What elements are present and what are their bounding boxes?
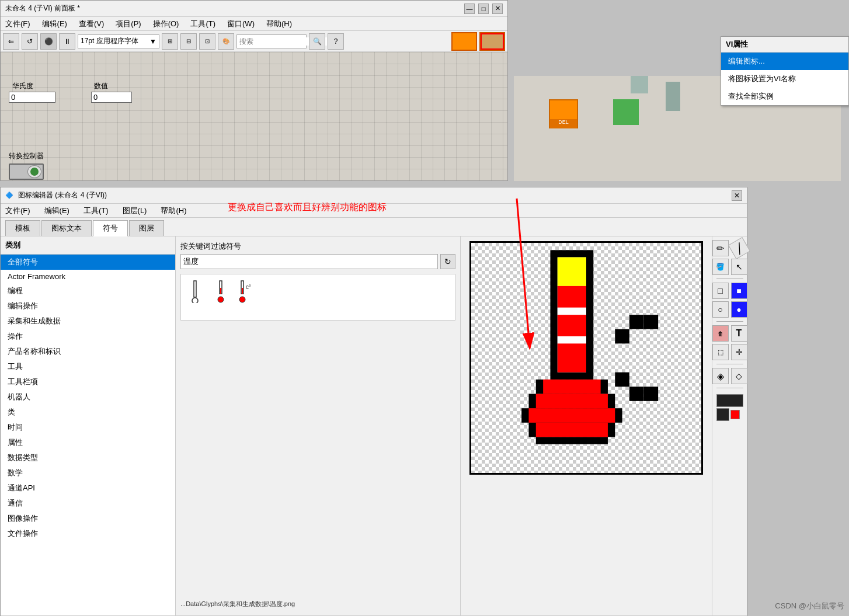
category-robot[interactable]: 机器人 (1, 389, 175, 405)
font-dropdown[interactable]: 17pt 应用程序字体 ▼ (78, 34, 159, 48)
search-input[interactable] (180, 254, 438, 269)
menu-project[interactable]: 项目(P) (113, 18, 143, 30)
run-btn[interactable]: ⚫ (40, 33, 57, 50)
fg-swatch[interactable] (716, 408, 729, 421)
ie-menu-help[interactable]: 帮助(H) (158, 204, 189, 217)
category-toolbar[interactable]: 工具栏项 (1, 374, 175, 389)
category-programming[interactable]: 编程 (1, 283, 175, 298)
ie-close-btn[interactable]: ✕ (732, 190, 742, 201)
refresh-btn[interactable]: ↻ (440, 254, 455, 269)
dotted-select-tool[interactable]: ⬚ (712, 344, 729, 360)
menu-view[interactable]: 查看(V) (76, 18, 106, 30)
move-tool[interactable]: ✛ (731, 344, 747, 360)
vi-props-edit-icon[interactable]: 编辑图标... (721, 53, 848, 70)
ie-menu-file[interactable]: 文件(F) (3, 204, 33, 217)
category-all-symbols[interactable]: 全部符号 (1, 255, 175, 270)
category-acquire-data[interactable]: 采集和生成数据 (1, 314, 175, 329)
symbol-item-3[interactable]: c° (235, 277, 258, 306)
red-arrow-svg (505, 193, 610, 368)
category-edit-ops[interactable]: 编辑操作 (1, 298, 175, 314)
tab-layer[interactable]: 图层 (129, 220, 164, 236)
category-list: 全部符号 Actor Framework 编程 编辑操作 采集和生成数据 操作 … (1, 255, 175, 615)
svg-rect-26 (529, 408, 615, 423)
back-btn[interactable]: ⇐ (3, 33, 19, 50)
filepath-text: ...Data\Glyphs\采集和生成数据\温度.png (180, 597, 455, 611)
ie-menu-edit[interactable]: 编辑(E) (42, 204, 72, 217)
category-class[interactable]: 类 (1, 405, 175, 420)
category-time[interactable]: 时间 (1, 420, 175, 435)
category-product-name[interactable]: 产品名称和标识 (1, 344, 175, 359)
pencil-tool[interactable]: ✏ (712, 240, 729, 256)
ie-menu-tools[interactable]: 工具(T) (81, 204, 111, 217)
value-input[interactable] (91, 92, 132, 103)
vi-icon-orange[interactable] (451, 32, 477, 51)
tab-icon-text[interactable]: 图标文本 (41, 220, 92, 236)
search-btn[interactable]: 🔍 (309, 33, 325, 50)
svg-rect-23 (536, 437, 608, 444)
toggle-knob (27, 165, 41, 178)
menu-file[interactable]: 文件(F) (3, 18, 33, 30)
vi-icon-selected[interactable] (479, 32, 505, 51)
fill-tool[interactable]: 🪣 (712, 259, 729, 275)
close-btn[interactable]: ✕ (492, 4, 503, 14)
vi-block-orange: DEL (549, 99, 578, 128)
eraser-tool[interactable]: 🗑 (712, 325, 729, 342)
copy-fg-tool[interactable]: ◈ (712, 368, 729, 384)
align-btn[interactable]: ⊞ (162, 33, 178, 50)
fahrenheit-input[interactable] (9, 92, 55, 103)
tab-template[interactable]: 模板 (5, 220, 40, 236)
svg-point-3 (192, 298, 198, 303)
vi-props-find-all[interactable]: 查找全部实例 (721, 88, 848, 105)
ie-menu-layer[interactable]: 图层(L) (120, 204, 149, 217)
svg-point-9 (239, 297, 245, 302)
circle-fill-tool[interactable]: ● (731, 301, 747, 318)
bg-swatch[interactable] (730, 410, 740, 419)
icon-editor-body: 类别 全部符号 Actor Framework 编程 编辑操作 采集和生成数据 … (1, 236, 747, 615)
rect-outline-tool[interactable]: □ (712, 283, 729, 299)
category-property[interactable]: 属性 (1, 435, 175, 450)
minimize-btn[interactable]: — (464, 4, 475, 14)
tab-symbol[interactable]: 符号 (93, 220, 128, 236)
fg-color-swatch[interactable] (716, 394, 743, 407)
text-tool[interactable]: T (731, 325, 747, 342)
svg-rect-31 (615, 373, 629, 387)
category-math[interactable]: 数学 (1, 465, 175, 481)
line-tool[interactable]: ╱ (728, 237, 750, 259)
pause-btn[interactable]: ⏸ (59, 33, 75, 50)
category-file-ops[interactable]: 文件操作 (1, 526, 175, 541)
pointer-tool[interactable]: ↖ (731, 259, 747, 275)
tool-row-6: ⬚ ✛ (712, 344, 747, 360)
switch-container: 转换控制器 (9, 151, 44, 180)
color-btn[interactable]: 🎨 (218, 33, 234, 50)
maximize-btn[interactable]: □ (478, 4, 489, 14)
redo-btn[interactable]: ↺ (22, 33, 38, 50)
copy-bg-tool[interactable]: ◇ (731, 368, 747, 384)
rect-fill-tool[interactable]: ■ (731, 283, 747, 299)
category-data-type[interactable]: 数据类型 (1, 450, 175, 465)
category-comms[interactable]: 通信 (1, 496, 175, 511)
help-btn[interactable]: ? (328, 33, 344, 50)
category-operate[interactable]: 操作 (1, 329, 175, 344)
circle-outline-tool[interactable]: ○ (712, 301, 729, 318)
dropdown-arrow: ▼ (149, 37, 156, 46)
distribute-btn[interactable]: ⊟ (180, 33, 197, 50)
tool-sep-1 (716, 279, 743, 279)
tool-sep-2 (716, 321, 743, 322)
category-image-ops[interactable]: 图像操作 (1, 511, 175, 526)
menu-tools[interactable]: 工具(T) (188, 18, 218, 30)
menu-edit[interactable]: 编辑(E) (40, 18, 69, 30)
resize-btn[interactable]: ⊡ (199, 33, 215, 50)
svg-rect-2 (194, 281, 196, 297)
toggle-switch[interactable] (9, 163, 44, 180)
vi-props-set-name[interactable]: 将图标设置为VI名称 (721, 70, 848, 88)
menu-help[interactable]: 帮助(H) (264, 18, 294, 30)
symbol-item-1[interactable] (183, 277, 207, 306)
symbol-item-2[interactable] (209, 277, 232, 306)
menu-window[interactable]: 窗口(W) (225, 18, 257, 30)
category-tools[interactable]: 工具 (1, 359, 175, 374)
value-label: 数值 (94, 81, 108, 91)
category-actor-framework[interactable]: Actor Framework (1, 270, 175, 283)
icon-editor-icon: 🔷 (5, 192, 13, 199)
category-channel-api[interactable]: 通道API (1, 481, 175, 496)
menu-operate[interactable]: 操作(O) (151, 18, 182, 30)
